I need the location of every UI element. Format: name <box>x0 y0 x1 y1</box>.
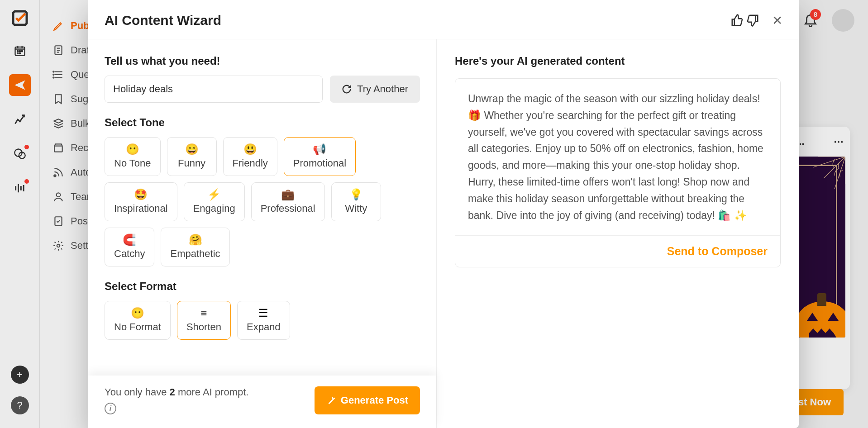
try-another-button[interactable]: Try Another <box>330 76 420 103</box>
close-icon[interactable]: ✕ <box>772 13 782 28</box>
tone-label: Friendly <box>233 157 268 169</box>
modal-title: AI Content Wizard <box>105 13 221 28</box>
prompt-input[interactable] <box>105 76 323 103</box>
tone-emoji-icon: 😶 <box>126 144 139 155</box>
tone-grid: 😶No Tone😄Funny😃Friendly📢Promotional🤩Insp… <box>105 137 420 266</box>
result-box: Unwrap the magic of the season with our … <box>455 78 781 267</box>
modal-header: AI Content Wizard ✕ <box>88 0 799 39</box>
tone-catchy[interactable]: 🧲Catchy <box>105 228 154 266</box>
tone-emoji-icon: ⚡ <box>207 189 221 200</box>
refresh-icon <box>342 84 352 94</box>
generate-post-button[interactable]: Generate Post <box>315 386 420 414</box>
prompt-label: Tell us what you need! <box>105 55 420 67</box>
feedback-thumbs <box>730 14 759 27</box>
tone-emoji-icon: 🧲 <box>123 234 136 245</box>
tone-inspirational[interactable]: 🤩Inspirational <box>105 182 177 221</box>
tone-label: Witty <box>345 203 367 214</box>
try-another-label: Try Another <box>357 83 408 95</box>
tone-friendly[interactable]: 😃Friendly <box>223 137 277 176</box>
info-icon[interactable]: i <box>105 403 116 414</box>
tone-label: Inspirational <box>114 203 168 214</box>
wand-icon <box>326 395 336 405</box>
generated-content: Unwrap the magic of the season with our … <box>455 79 780 235</box>
format-section-label: Select Format <box>105 280 420 293</box>
tone-label: Professional <box>261 203 315 214</box>
tone-emoji-icon: 😃 <box>243 144 257 155</box>
tone-emoji-icon: 😄 <box>185 144 199 155</box>
format-emoji-icon: ☰ <box>258 308 268 319</box>
modal-right-panel: Here's your AI generated content Unwrap … <box>437 39 799 428</box>
tone-engaging[interactable]: ⚡Engaging <box>184 182 245 221</box>
tone-no-tone[interactable]: 😶No Tone <box>105 137 161 176</box>
tone-promotional[interactable]: 📢Promotional <box>284 137 356 176</box>
prompt-quota-text: You only have 2 more AI prompt. i <box>105 386 248 414</box>
tone-emoji-icon: 💡 <box>349 189 363 200</box>
tone-emoji-icon: 🤗 <box>189 234 202 245</box>
tone-label: Engaging <box>193 203 235 214</box>
tone-label: Promotional <box>293 157 346 169</box>
tone-professional[interactable]: 💼Professional <box>251 182 325 221</box>
thumbs-down-icon[interactable] <box>746 14 759 27</box>
format-emoji-icon: 😶 <box>131 308 144 319</box>
tone-witty[interactable]: 💡Witty <box>331 182 381 221</box>
send-to-composer-button[interactable]: Send to Composer <box>667 245 768 257</box>
format-shorten[interactable]: ≡Shorten <box>177 301 231 340</box>
thumbs-up-icon[interactable] <box>730 14 744 27</box>
format-label: No Format <box>114 321 161 333</box>
tone-label: Empathetic <box>170 248 220 260</box>
format-no-format[interactable]: 😶No Format <box>105 301 171 340</box>
modal-footer: You only have 2 more AI prompt. i Genera… <box>88 376 436 428</box>
tone-label: Funny <box>178 157 205 169</box>
tone-emoji-icon: 💼 <box>281 189 295 200</box>
format-label: Expand <box>247 321 281 333</box>
tone-emoji-icon: 📢 <box>313 144 326 155</box>
ai-content-wizard-modal: AI Content Wizard ✕ Tell us what you nee… <box>88 0 799 428</box>
tone-emoji-icon: 🤩 <box>134 189 148 200</box>
result-label: Here's your AI generated content <box>455 55 781 67</box>
format-grid: 😶No Format≡Shorten☰Expand <box>105 301 420 340</box>
tone-funny[interactable]: 😄Funny <box>167 137 217 176</box>
format-label: Shorten <box>186 321 221 333</box>
format-emoji-icon: ≡ <box>200 308 207 319</box>
format-expand[interactable]: ☰Expand <box>237 301 290 340</box>
tone-section-label: Select Tone <box>105 116 420 129</box>
tone-empathetic[interactable]: 🤗Empathetic <box>161 228 229 266</box>
modal-left-panel: Tell us what you need! Try Another Selec… <box>88 39 437 428</box>
tone-label: Catchy <box>114 248 145 260</box>
tone-label: No Tone <box>114 157 151 169</box>
generate-label: Generate Post <box>341 395 408 406</box>
